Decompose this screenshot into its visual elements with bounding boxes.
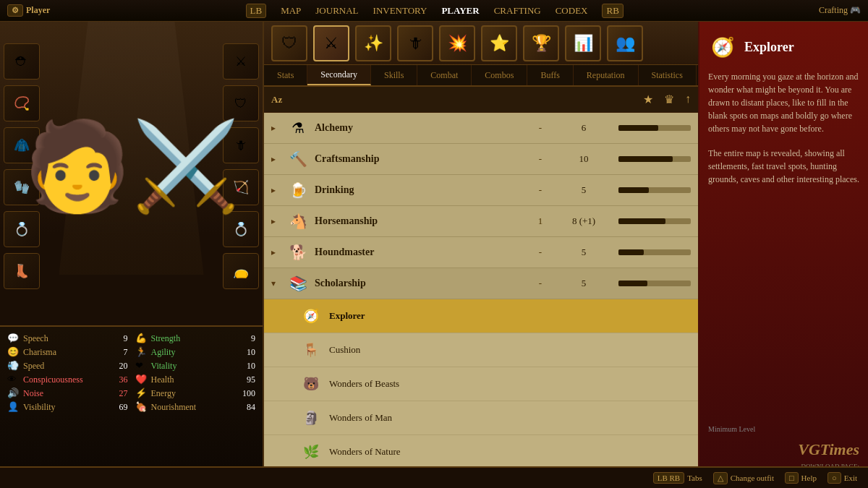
speech-val: 9: [108, 333, 128, 344]
energy-label: Energy: [151, 388, 231, 399]
change-outfit-action[interactable]: △ Change outfit: [713, 472, 774, 484]
stat-charisma: 😊 Charisma 7: [7, 346, 128, 358]
speech-icon: 💬: [7, 333, 19, 344]
tab-icon-skills[interactable]: ✨: [355, 25, 391, 61]
filter-arrow[interactable]: ↑: [685, 93, 691, 106]
skill-val1: -: [526, 184, 555, 196]
nav-journal[interactable]: JOURNAL: [315, 5, 358, 17]
tab-icon-combat[interactable]: 🗡: [397, 25, 433, 61]
vgtimes-logo: VGTimes: [708, 440, 859, 459]
skill-icon: 📚: [287, 273, 309, 294]
energy-icon: ⚡: [135, 388, 147, 399]
speech-label: Speech: [23, 333, 103, 344]
tabs-label: Tabs: [687, 474, 702, 482]
skill-chevron: ▸: [271, 216, 281, 227]
nourishment-icon: 🍖: [135, 401, 147, 413]
skill-header-scholarship[interactable]: ▾ 📚 Scholarship - 5: [264, 268, 698, 299]
tab-icon-stats[interactable]: 🛡: [271, 25, 307, 61]
sub-skill-explorer[interactable]: 🧭 Explorer: [264, 299, 698, 333]
tab-label-statistics[interactable]: Statistics: [639, 65, 697, 85]
nav-map[interactable]: MAP: [281, 5, 301, 17]
perk-effect: The entire map is revealed, showing all …: [708, 147, 859, 186]
skill-header-alchemy[interactable]: ▸ ⚗ Alchemy - 6: [264, 113, 698, 144]
tab-labels-row: Stats Secondary Skills Combat Combos Buf…: [264, 65, 698, 87]
sub-skill-wonders-of-beasts[interactable]: 🐻 Wonders of Beasts: [264, 367, 698, 401]
skill-header-houndmaster[interactable]: ▸ 🐕 Houndmaster - 5: [264, 237, 698, 268]
conspicuousness-icon: 👁: [7, 374, 19, 385]
tab-icon-reputation[interactable]: 🏆: [523, 25, 559, 61]
stat-noise: 🔊 Noise 27: [7, 388, 128, 399]
visibility-val: 69: [108, 402, 128, 413]
noise-label: Noise: [23, 388, 103, 399]
nourishment-label: Nourishment: [151, 402, 231, 413]
skill-icon: 🔨: [287, 148, 309, 170]
skill-bar: [618, 125, 691, 131]
exit-label: Exit: [844, 474, 857, 482]
codex-key: RB: [602, 4, 623, 18]
nav-codex[interactable]: CODEX: [556, 5, 588, 17]
skill-val2: 5: [555, 247, 613, 258]
sub-skill-wonders-of-man[interactable]: 🗿 Wonders of Man: [264, 401, 698, 435]
sub-skill-name: Wonders of Man: [329, 412, 691, 424]
skill-val2: 6: [555, 122, 613, 134]
tab-label-skills[interactable]: Skills: [371, 65, 417, 85]
skill-icon: 🐕: [287, 241, 309, 263]
equip-slot-pouch[interactable]: 👝: [223, 253, 259, 289]
tab-label-stats[interactable]: Stats: [264, 65, 307, 85]
tab-icon-buffs[interactable]: ⭐: [481, 25, 517, 61]
change-outfit-key: △: [713, 472, 728, 484]
right-panel: 🧭 Explorer Every morning you gaze at the…: [698, 22, 868, 488]
skills-list[interactable]: ▸ ⚗ Alchemy - 6 ▸ 🔨 Craftsmanship - 10 ▸…: [264, 113, 698, 466]
filter-crown[interactable]: ♛: [664, 93, 674, 106]
tab-icon-combos[interactable]: 💥: [439, 25, 475, 61]
sub-skill-wonders-of-nature[interactable]: 🌿 Wonders of Nature: [264, 435, 698, 466]
stat-strength: 💪 Strength 9: [135, 333, 256, 344]
exit-action[interactable]: ○ Exit: [827, 472, 857, 484]
noise-icon: 🔊: [7, 388, 19, 399]
equip-slot-helmet[interactable]: ⛑: [4, 43, 40, 80]
tab-label-buffs[interactable]: Buffs: [527, 65, 573, 85]
tab-label-reputation[interactable]: Reputation: [574, 65, 639, 85]
tab-icon-sidekicks[interactable]: 👥: [607, 25, 643, 61]
nav-player[interactable]: PLAYER: [441, 5, 479, 17]
equip-slot-weapon1[interactable]: ⚔: [223, 43, 259, 80]
charisma-icon: 😊: [7, 346, 19, 358]
tabs-action: LB RB Tabs: [653, 472, 702, 484]
tab-label-combat[interactable]: Combat: [417, 65, 472, 85]
nav-inventory[interactable]: INVENTORY: [373, 5, 427, 17]
nav-crafting[interactable]: CRAFTING: [494, 5, 541, 17]
help-key: □: [785, 472, 799, 484]
skill-name: Drinking: [315, 184, 526, 196]
help-action[interactable]: □ Help: [785, 472, 817, 484]
skill-header-horsemanship[interactable]: ▸ 🐴 Horsemanship 1 8 (+1): [264, 206, 698, 237]
tab-label-combos[interactable]: Combos: [472, 65, 527, 85]
filter-star[interactable]: ★: [643, 93, 653, 106]
stats-panel: 💬 Speech 9 😊 Charisma 7 💨 Speed 20 👁 Con…: [0, 325, 263, 466]
character-area: ⛑ 📿 🧥 🧤 💍 👢 ⚔ 🛡 🗡 🏹 💍 👝 🧑‍⚔️: [0, 22, 263, 325]
speed-val: 20: [108, 361, 128, 372]
sort-az[interactable]: Az: [271, 94, 282, 106]
perk-header: 🧭 Explorer: [708, 33, 859, 61]
sub-skill-name: Wonders of Beasts: [329, 378, 691, 390]
stat-group-left: 💬 Speech 9 😊 Charisma 7 💨 Speed 20 👁 Con…: [7, 333, 128, 461]
skill-name: Craftsmanship: [315, 153, 526, 165]
skill-name: Horsemanship: [315, 215, 526, 227]
skill-val2: 5: [555, 278, 613, 289]
tab-icon-secondary[interactable]: ⚔: [313, 25, 349, 61]
skill-icon: 🍺: [287, 179, 309, 201]
stat-health: ❤️ Health 95: [135, 374, 256, 385]
vitality-label: Vitality: [151, 361, 231, 372]
tab-icons-row: 🛡 ⚔ ✨ 🗡 💥 ⭐ 🏆 📊 👥: [264, 22, 698, 65]
tab-icon-statistics[interactable]: 📊: [565, 25, 601, 61]
skill-header-craftsmanship[interactable]: ▸ 🔨 Craftsmanship - 10: [264, 144, 698, 175]
equip-slot-boots[interactable]: 👢: [4, 253, 40, 289]
explorer-icon: 🧭: [708, 33, 737, 61]
tab-label-secondary[interactable]: Secondary: [307, 65, 371, 85]
sub-skill-cushion[interactable]: 🪑 Cushion: [264, 333, 698, 367]
stat-agility: 🏃 Agility 10: [135, 346, 256, 358]
skill-header-drinking[interactable]: ▸ 🍺 Drinking - 5: [264, 175, 698, 206]
nourishment-val: 84: [235, 402, 255, 413]
top-bar-left: ⚙ Player: [7, 4, 50, 17]
charisma-val: 7: [108, 347, 128, 358]
top-bar: ⚙ Player LB MAP JOURNAL INVENTORY PLAYER…: [0, 0, 868, 22]
